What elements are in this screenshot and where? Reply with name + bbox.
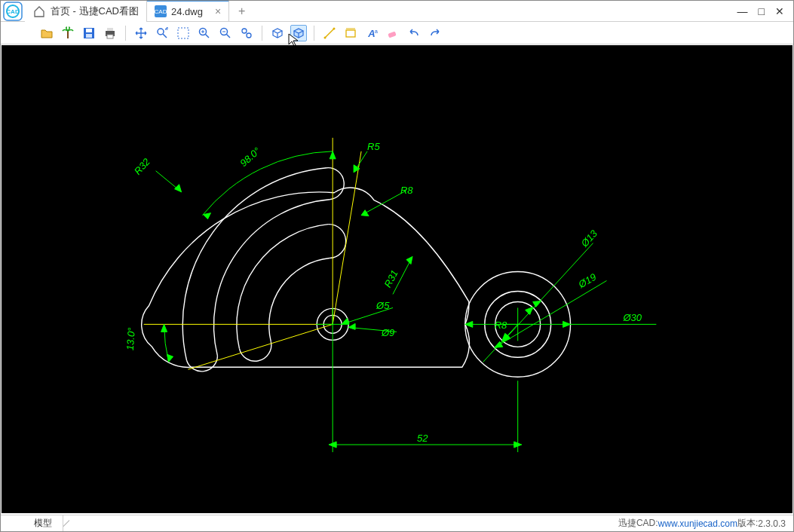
toolbar: Aa bbox=[1, 22, 793, 44]
svg-rect-5 bbox=[86, 34, 92, 38]
measure-area-button[interactable] bbox=[342, 25, 359, 41]
open-folder-button[interactable] bbox=[38, 25, 55, 41]
svg-point-9 bbox=[158, 29, 164, 35]
tab-file[interactable]: CAD 24.dwg × bbox=[147, 0, 229, 21]
dim-d9: Ø9 bbox=[381, 327, 394, 338]
svg-point-24 bbox=[333, 27, 336, 29]
svg-line-37 bbox=[189, 324, 333, 369]
dwg-file-icon: CAD bbox=[155, 5, 167, 17]
3d-view-button[interactable] bbox=[269, 25, 286, 41]
drawing-canvas[interactable]: 98.0° 13.0° R32 R5 R8 R31 R8 Ø5 Ø9 Ø13 Ø… bbox=[2, 45, 792, 513]
maximize-button[interactable]: □ bbox=[759, 5, 765, 17]
eraser-button[interactable] bbox=[385, 25, 401, 41]
dim-d5: Ø5 bbox=[376, 300, 390, 311]
measure-distance-button[interactable] bbox=[321, 25, 338, 41]
tab-file-label: 24.dwg bbox=[171, 6, 203, 17]
zoom-in-button[interactable] bbox=[196, 25, 213, 41]
svg-line-22 bbox=[325, 29, 334, 38]
svg-line-21 bbox=[246, 32, 247, 34]
dim-r8-top: R8 bbox=[400, 185, 413, 196]
zoom-out-button[interactable] bbox=[217, 25, 234, 41]
tab-home-label: 首页 - 迅捷CAD看图 bbox=[51, 5, 139, 18]
svg-rect-4 bbox=[86, 29, 92, 32]
dim-d30: Ø30 bbox=[622, 312, 642, 323]
status-text: 迅捷CAD: www.xunjiecad.com 版本: 2.3.0.3 bbox=[618, 515, 793, 531]
title-bar: CAD 首页 - 迅捷CAD看图 CAD 24.dwg × + — □ ✕ bbox=[1, 1, 793, 22]
layout-tabs-scroll[interactable] bbox=[63, 515, 69, 531]
status-bar: 模型 迅捷CAD: www.xunjiecad.com 版本: 2.3.0.3 bbox=[1, 515, 793, 531]
palm-tree-button[interactable] bbox=[60, 25, 76, 41]
zoom-extents-button[interactable] bbox=[238, 25, 255, 41]
model-tab-label: 模型 bbox=[34, 517, 52, 530]
svg-line-13 bbox=[206, 34, 210, 38]
model-space-tab[interactable]: 模型 bbox=[23, 515, 63, 531]
version-value: 2.3.0.3 bbox=[758, 518, 786, 529]
redo-button[interactable] bbox=[427, 25, 443, 41]
home-icon bbox=[32, 5, 46, 18]
3d-orbit-button[interactable] bbox=[290, 25, 307, 41]
svg-line-17 bbox=[227, 34, 231, 38]
svg-rect-7 bbox=[107, 28, 113, 31]
app-logo: CAD bbox=[1, 1, 25, 22]
brand-link[interactable]: www.xunjiecad.com bbox=[658, 518, 737, 529]
print-button[interactable] bbox=[102, 25, 118, 41]
svg-point-23 bbox=[324, 36, 326, 38]
dim-len52: 52 bbox=[417, 433, 428, 444]
svg-rect-29 bbox=[388, 31, 396, 38]
svg-text:CAD: CAD bbox=[6, 8, 20, 15]
dim-r5: R5 bbox=[367, 141, 380, 152]
window-controls: — □ ✕ bbox=[737, 1, 793, 21]
minimize-button[interactable]: — bbox=[737, 5, 748, 17]
undo-button[interactable] bbox=[406, 25, 422, 41]
dim-angle-13: 13.0° bbox=[124, 327, 137, 350]
new-tab-button[interactable]: + bbox=[229, 1, 254, 22]
toolbar-separator bbox=[125, 26, 126, 41]
cad-drawing: 98.0° 13.0° R32 R5 R8 R31 R8 Ø5 Ø9 Ø13 Ø… bbox=[2, 45, 792, 513]
svg-line-10 bbox=[163, 34, 167, 38]
dim-angle-98: 98.0° bbox=[238, 145, 262, 169]
svg-rect-25 bbox=[346, 30, 355, 37]
toolbar-separator bbox=[262, 26, 262, 41]
tab-home[interactable]: 首页 - 迅捷CAD看图 bbox=[25, 1, 147, 22]
zoom-region-button[interactable] bbox=[175, 25, 192, 41]
move-pan-button[interactable] bbox=[133, 25, 149, 41]
zoom-window-button[interactable] bbox=[154, 25, 170, 41]
svg-line-38 bbox=[333, 151, 361, 325]
svg-rect-11 bbox=[178, 28, 189, 38]
svg-line-53 bbox=[503, 243, 593, 342]
save-button[interactable] bbox=[81, 25, 97, 41]
svg-text:a: a bbox=[375, 29, 378, 34]
svg-rect-8 bbox=[107, 35, 113, 38]
dim-r8-right: R8 bbox=[495, 320, 507, 331]
text-annotation-button[interactable]: Aa bbox=[363, 25, 380, 41]
close-window-button[interactable]: ✕ bbox=[775, 5, 784, 17]
tab-close-button[interactable]: × bbox=[215, 5, 221, 17]
svg-line-52 bbox=[495, 280, 607, 347]
dim-d13: Ø13 bbox=[578, 228, 600, 250]
dim-r32: R32 bbox=[132, 155, 153, 176]
plus-icon: + bbox=[238, 5, 245, 18]
brand-label: 迅捷CAD: bbox=[618, 517, 658, 530]
version-label: 版本: bbox=[737, 517, 758, 530]
toolbar-separator bbox=[314, 26, 314, 41]
